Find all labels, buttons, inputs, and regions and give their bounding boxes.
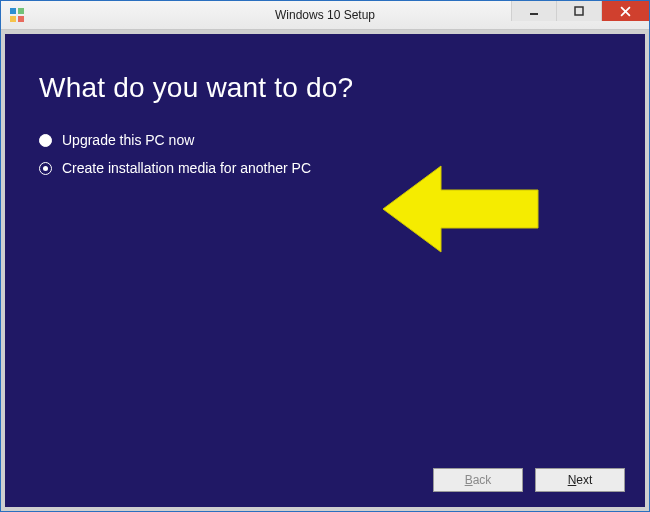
minimize-button[interactable] bbox=[511, 1, 556, 21]
svg-marker-6 bbox=[383, 166, 538, 252]
option-upgrade-now[interactable]: Upgrade this PC now bbox=[39, 132, 611, 148]
content-inner: What do you want to do? Upgrade this PC … bbox=[5, 34, 645, 453]
radio-icon bbox=[39, 162, 52, 175]
svg-rect-1 bbox=[18, 8, 24, 14]
arrow-annotation-icon bbox=[383, 162, 543, 261]
app-icon bbox=[9, 7, 25, 23]
window-controls bbox=[511, 1, 649, 21]
svg-rect-4 bbox=[530, 13, 538, 15]
svg-rect-3 bbox=[18, 16, 24, 22]
option-create-media[interactable]: Create installation media for another PC bbox=[39, 160, 611, 176]
option-label: Upgrade this PC now bbox=[62, 132, 194, 148]
close-button[interactable] bbox=[601, 1, 649, 21]
option-label: Create installation media for another PC bbox=[62, 160, 311, 176]
titlebar[interactable]: Windows 10 Setup bbox=[1, 1, 649, 30]
radio-icon bbox=[39, 134, 52, 147]
page-heading: What do you want to do? bbox=[39, 72, 611, 104]
back-rest: ack bbox=[473, 473, 492, 487]
window-root: Windows 10 Setup What do you want to do?… bbox=[0, 0, 650, 512]
svg-rect-2 bbox=[10, 16, 16, 22]
back-accel: B bbox=[465, 473, 473, 487]
next-button[interactable]: Next bbox=[535, 468, 625, 492]
content-frame: What do you want to do? Upgrade this PC … bbox=[5, 34, 645, 507]
button-bar: Back Next bbox=[5, 453, 645, 507]
next-rest: ext bbox=[576, 473, 592, 487]
svg-rect-0 bbox=[10, 8, 16, 14]
maximize-button[interactable] bbox=[556, 1, 601, 21]
back-button[interactable]: Back bbox=[433, 468, 523, 492]
radio-group: Upgrade this PC now Create installation … bbox=[39, 132, 611, 176]
svg-rect-5 bbox=[575, 7, 583, 15]
